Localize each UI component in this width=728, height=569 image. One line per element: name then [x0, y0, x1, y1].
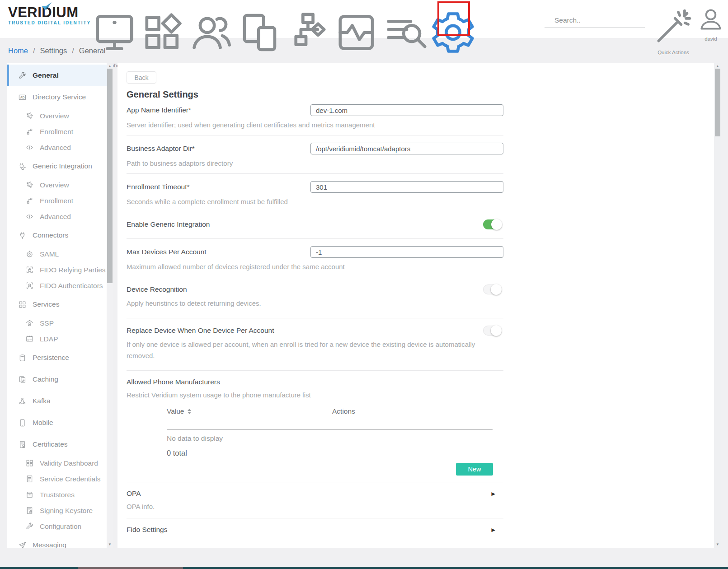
field-help-text: Apply heuristincs to detect returning de… — [127, 298, 488, 309]
active-directory-icon: AD — [18, 93, 27, 102]
sidebar-item-configuration[interactable]: Configuration — [7, 518, 113, 534]
settings-sidebar: General AD Directory Service Overview En… — [7, 63, 113, 548]
document-lines-icon — [25, 475, 34, 483]
sidebar-item-persistence[interactable]: Persistence — [7, 347, 113, 368]
sidebar-item-certificates[interactable]: Certificates — [7, 434, 113, 455]
enrollment-path-icon — [25, 127, 34, 136]
general-settings-panel: Back General Settings App Name Identifie… — [117, 63, 721, 548]
field-help-text: Maximum allowed number of devices regist… — [127, 261, 488, 272]
column-header-value[interactable]: Value — [167, 407, 184, 415]
scroll-up-arrow[interactable]: ▲ — [714, 64, 721, 69]
sort-icon[interactable] — [188, 409, 191, 414]
enrollment-timeout-input[interactable] — [310, 181, 503, 193]
sidebar-item-caching[interactable]: Caching — [7, 368, 113, 390]
sidebar-item-generic-integration[interactable]: Generic Integration — [7, 155, 113, 177]
bottom-edge-strip — [0, 567, 728, 569]
table-header-row: Value Actions — [127, 407, 503, 415]
sidebar-item-gi-enrollment[interactable]: Enrollment — [7, 193, 113, 209]
enable-generic-integration-label: Enable Generic Integration — [127, 220, 210, 229]
sidebar-item-fido-authenticators[interactable]: FIDO Authenticators — [7, 278, 113, 294]
sidebar-item-ds-advanced[interactable]: Advanced — [7, 140, 113, 155]
scroll-down-arrow[interactable]: ▼ — [714, 542, 721, 547]
main-scrollbar[interactable]: ▲ ▼ — [714, 63, 721, 548]
plug-icon — [18, 162, 27, 171]
sidebar-item-mobile[interactable]: Mobile — [7, 412, 113, 434]
max-devices-input[interactable] — [310, 246, 503, 258]
svg-text:AD: AD — [20, 96, 25, 99]
global-search — [545, 13, 645, 28]
sidebar-item-validity-dashboard[interactable]: Validity Dashboard — [7, 455, 113, 471]
certificate-icon — [18, 440, 27, 449]
device-recognition-toggle[interactable] — [483, 284, 501, 294]
veridium-logo[interactable]: VERIDIUM TRUSTED DIGITAL IDENTITY — [8, 5, 85, 25]
app-header: VERIDIUM TRUSTED DIGITAL IDENTITY Dashbo… — [0, 0, 728, 39]
user-menu[interactable]: david — [697, 5, 725, 42]
sidebar-item-services[interactable]: Services — [7, 294, 113, 315]
document-lock-icon — [25, 266, 34, 274]
field-help-text: Seconds while a complete enrollment must… — [127, 196, 488, 207]
device-recognition-label: Device Recognition — [127, 285, 187, 294]
sidebar-scrollbar[interactable]: ▲ ▼ — [107, 63, 113, 548]
search-input[interactable] — [554, 16, 645, 24]
network-nodes-icon — [25, 112, 34, 120]
column-header-actions: Actions — [332, 407, 355, 415]
breadcrumb-settings[interactable]: Settings — [40, 47, 67, 55]
scroll-up-arrow[interactable]: ▲ — [107, 64, 113, 69]
sidebar-scrollbar-thumb[interactable] — [107, 69, 113, 283]
wrench-icon — [18, 71, 27, 80]
breadcrumb-home-link[interactable]: Home — [8, 47, 28, 55]
field-help-text: If only one device is allowed per accoun… — [127, 339, 488, 361]
max-devices-label: Max Devices Per Account — [127, 248, 310, 256]
sidebar-item-saml[interactable]: SAML — [7, 246, 113, 262]
logo-checkmark-icon — [41, 2, 52, 11]
field-row-app-name: App Name Identifier* Server identifier; … — [127, 102, 503, 135]
sidebar-item-service-credentials[interactable]: Service Credentials — [7, 471, 113, 487]
paper-plane-icon — [18, 541, 27, 548]
field-row-enrollment-timeout: Enrollment Timeout* Seconds while a comp… — [127, 174, 503, 212]
breadcrumb-bar: Home / Settings / General Save — [0, 39, 728, 63]
sidebar-item-ssp[interactable]: SSP — [7, 315, 113, 331]
sidebar-item-ds-enrollment[interactable]: Enrollment — [7, 124, 113, 140]
back-button[interactable]: Back — [127, 71, 156, 84]
cluster-icon — [18, 397, 27, 406]
sidebar-item-signing-keystore[interactable]: Signing Keystore — [7, 503, 113, 518]
replace-device-toggle[interactable] — [483, 326, 501, 336]
sidebar-item-kafka[interactable]: Kafka — [7, 390, 113, 412]
sidebar-item-messaging[interactable]: Messaging — [7, 534, 113, 548]
sidebar-item-connectors[interactable]: Connectors — [7, 224, 113, 246]
sidebar-item-fido-relying-parties[interactable]: FIDO Relying Parties — [7, 262, 113, 278]
expand-arrow-icon[interactable]: ▶ — [492, 527, 495, 533]
scroll-down-arrow[interactable]: ▼ — [107, 542, 113, 547]
network-nodes-icon — [25, 181, 34, 189]
sidebar-item-gi-overview[interactable]: Overview — [7, 177, 113, 193]
new-manufacturer-button[interactable]: New — [456, 463, 493, 476]
enrollment-path-icon — [25, 196, 34, 205]
document-key-icon — [25, 506, 34, 515]
sidebar-item-general[interactable]: General — [7, 65, 113, 86]
table-header-divider — [167, 429, 493, 429]
opa-section-label: OPA — [127, 490, 141, 498]
enable-generic-integration-toggle[interactable] — [483, 219, 501, 229]
sidebar-item-ldap[interactable]: LDAP — [7, 331, 113, 347]
sidebar-item-gi-advanced[interactable]: Advanced — [7, 209, 113, 224]
sidebar-item-ds-overview[interactable]: Overview — [7, 108, 113, 124]
breadcrumb: Home / Settings / General — [8, 47, 106, 55]
page-title: General Settings — [127, 89, 721, 100]
field-row-business-adaptor-dir: Business Adaptor Dir* Path to business a… — [127, 135, 503, 174]
business-adaptor-dir-input[interactable] — [310, 143, 503, 154]
replace-device-label: Replace Device When One Device Per Accou… — [127, 326, 274, 335]
breadcrumb-current-page: General — [79, 47, 106, 55]
sidebar-item-truststores[interactable]: Truststores — [7, 487, 113, 503]
sidebar-item-directory-service[interactable]: AD Directory Service — [7, 86, 113, 108]
expand-arrow-icon[interactable]: ▶ — [492, 491, 495, 497]
section-help-text: OPA info. — [127, 501, 488, 512]
section-fido-settings: Fido Settings ▶ — [127, 518, 503, 540]
table-total-count: 0 total — [167, 449, 503, 457]
app-name-identifier-input[interactable] — [310, 104, 503, 116]
field-row-replace-device: Replace Device When One Device Per Accou… — [127, 318, 503, 371]
phone-icon — [18, 419, 27, 427]
main-scrollbar-thumb[interactable] — [715, 69, 720, 136]
grid-icon — [18, 300, 27, 309]
app-name-identifier-label: App Name Identifier* — [127, 106, 310, 114]
business-adaptor-dir-label: Business Adaptor Dir* — [127, 145, 310, 153]
